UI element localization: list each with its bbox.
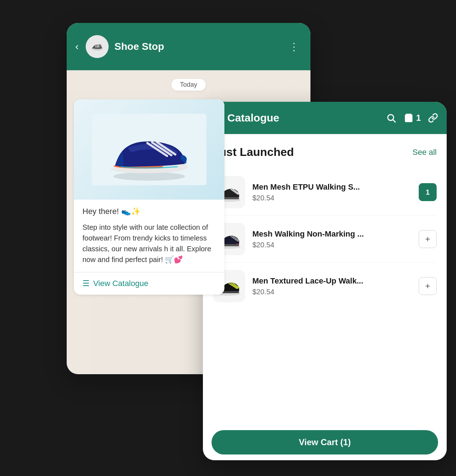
view-catalogue-label: View Catalogue [93,279,148,288]
catalogue-actions: 1 [386,113,438,123]
date-badge: Today [74,79,303,91]
search-icon[interactable] [386,113,396,123]
message-bubble: Hey there! 👟✨ Step into style with our l… [74,99,224,295]
add-to-cart-button[interactable]: + [419,277,437,295]
chat-body: Today [67,70,310,374]
chat-title: Shoe Stop [114,41,280,52]
bubble-text: Hey there! 👟✨ Step into style with our l… [74,200,224,272]
add-to-cart-button[interactable]: 1 [419,183,437,201]
view-catalogue-link[interactable]: ☰ View Catalogue [74,272,224,295]
see-all-button[interactable]: See all [413,148,437,157]
chat-panel: ‹ Shoe Stop ⋮ Today [67,23,310,374]
view-cart-button[interactable]: View Cart (1) [212,430,438,454]
bubble-greeting: Hey there! 👟✨ [82,207,216,216]
bubble-body: Step into style with our late collection… [82,222,216,265]
cart-count: 1 [416,113,421,123]
svg-line-11 [393,120,395,122]
chat-menu-button[interactable]: ⋮ [286,38,302,56]
list-icon: ☰ [82,279,90,288]
bubble-image [74,99,224,200]
svg-point-6 [113,172,185,181]
avatar [86,35,109,58]
view-cart-bar: View Cart (1) [203,424,447,460]
cart-icon-wrapper[interactable]: 1 [403,113,421,123]
cart-icon [403,113,414,123]
share-icon[interactable] [428,113,438,123]
chat-header: ‹ Shoe Stop ⋮ [67,23,310,70]
back-button[interactable]: ‹ [75,41,79,52]
add-to-cart-button[interactable]: + [419,230,437,248]
